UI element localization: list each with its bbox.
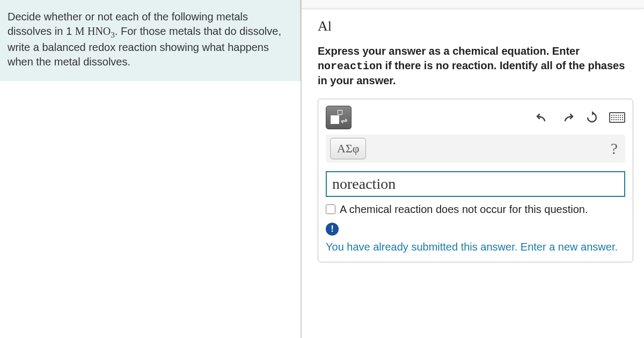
instr-mono: noreaction: [318, 60, 382, 72]
keyboard-button[interactable]: [609, 112, 625, 123]
top-shadow: [302, 0, 644, 9]
reset-button[interactable]: [584, 110, 599, 125]
undo-button[interactable]: [535, 110, 550, 125]
toolbar-row-1: ⇌: [326, 106, 625, 129]
formula-m: M: [75, 25, 85, 37]
formula-hno: HNO: [87, 25, 111, 37]
template-button[interactable]: ⇌: [326, 106, 352, 129]
feedback-message: You have already submitted this answer. …: [326, 240, 625, 254]
answer-panel: Al Express your answer as a chemical equ…: [302, 0, 644, 338]
redo-button[interactable]: [560, 110, 575, 125]
help-button[interactable]: ?: [611, 139, 621, 158]
alert-icon: !: [326, 223, 339, 236]
greek-symbols-button[interactable]: ΑΣφ: [330, 138, 366, 159]
reset-icon: [586, 111, 598, 124]
part-label: Al: [318, 18, 633, 34]
undo-icon: [536, 112, 549, 123]
answer-input[interactable]: [326, 171, 625, 197]
instructions: Express your answer as a chemical equati…: [318, 44, 633, 88]
alert-mark: !: [331, 224, 334, 234]
no-reaction-checkbox[interactable]: [326, 204, 335, 214]
formula-sub: 3: [111, 31, 115, 39]
no-reaction-label: A chemical reaction does not occur for t…: [340, 202, 588, 216]
template-icon: ⇌: [331, 110, 347, 125]
redo-icon: [561, 112, 574, 123]
question-text: Decide whether or not each of the follow…: [0, 0, 301, 81]
instr-1: Express your answer as a chemical equati…: [318, 45, 580, 57]
question-panel: Decide whether or not each of the follow…: [0, 0, 301, 338]
toolbar-row-2: ΑΣφ ?: [326, 135, 625, 163]
equation-editor: ⇌ ΑΣφ ?: [318, 99, 633, 262]
no-reaction-row: A chemical reaction does not occur for t…: [326, 202, 625, 216]
